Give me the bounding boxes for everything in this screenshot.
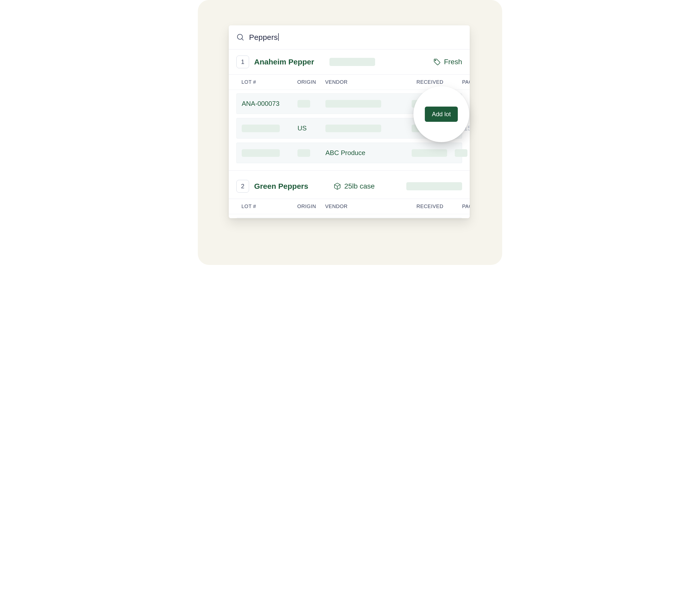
placeholder <box>242 149 280 157</box>
placeholder <box>455 149 467 157</box>
svg-line-1 <box>242 39 244 40</box>
placeholder <box>298 100 310 108</box>
col-vendor: VENDOR <box>325 79 416 85</box>
col-vendor: VENDOR <box>325 204 416 209</box>
column-headers: LOT # ORIGIN VENDOR RECEIVED PACKED <box>229 199 470 214</box>
product-header-2[interactable]: 2 Green Peppers 25lb case <box>229 174 470 199</box>
product-header-1[interactable]: 1 Anaheim Pepper Fresh <box>229 50 470 75</box>
col-origin: ORIGIN <box>297 204 325 209</box>
product-index: 1 <box>236 56 249 68</box>
col-lot: LOT # <box>241 204 297 209</box>
cell-vendor: ABC Produce <box>325 149 412 157</box>
product-name: Anaheim Pepper <box>254 57 314 66</box>
add-lot-callout: Add lot <box>413 86 469 142</box>
col-received: RECEIVED <box>416 204 462 209</box>
placeholder-pill <box>406 182 462 190</box>
package-icon <box>334 182 341 190</box>
cell-origin: US <box>298 124 325 132</box>
product-unit: 25lb case <box>334 182 375 190</box>
col-lot: LOT # <box>241 79 297 85</box>
search-bar[interactable]: Peppers <box>229 25 470 50</box>
table-row[interactable] <box>236 218 462 218</box>
svg-point-0 <box>237 34 243 39</box>
section-divider <box>229 170 470 174</box>
tag-label: Fresh <box>444 58 462 66</box>
placeholder <box>412 149 447 157</box>
add-lot-button[interactable]: Add lot <box>425 107 458 122</box>
col-packed: PACKED <box>462 204 470 209</box>
search-input[interactable]: Peppers <box>249 33 279 41</box>
table-row[interactable]: ABC Produce <box>236 143 462 163</box>
col-origin: ORIGIN <box>297 79 325 85</box>
svg-point-2 <box>435 60 436 61</box>
placeholder <box>325 100 381 108</box>
stage: Peppers 1 Anaheim Pepper Fresh LOT # ORI… <box>198 0 502 265</box>
cell-lot: ANA-000073 <box>242 100 298 108</box>
placeholder <box>298 149 310 157</box>
product-index: 2 <box>236 180 249 193</box>
lot-list <box>229 214 470 218</box>
product-tag: Fresh <box>433 58 462 66</box>
text-cursor <box>278 33 279 41</box>
col-packed: PACKED <box>462 79 470 85</box>
placeholder <box>325 125 381 132</box>
col-received: RECEIVED <box>416 79 462 85</box>
tag-icon <box>433 58 441 66</box>
placeholder <box>242 125 280 132</box>
unit-label: 25lb case <box>344 182 375 190</box>
placeholder-pill <box>329 58 375 66</box>
product-name: Green Peppers <box>254 182 308 191</box>
search-icon <box>236 33 245 41</box>
